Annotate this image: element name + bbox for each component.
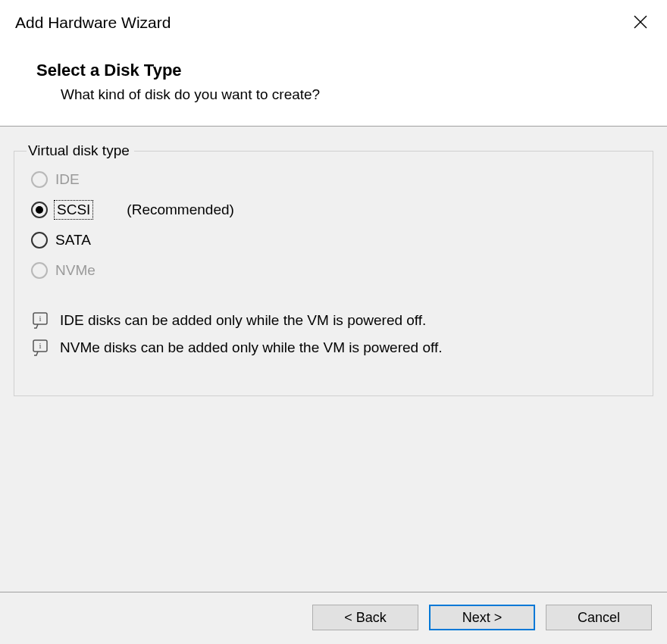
info-icon: i — [31, 312, 49, 329]
back-button[interactable]: < Back — [312, 605, 418, 630]
wizard-footer: < Back Next > Cancel — [0, 592, 667, 644]
radio-group: IDE SCSI (Recommended) SATA NVMe — [28, 168, 639, 279]
info-messages: i IDE disks can be added only while the … — [28, 292, 639, 356]
info-icon: i — [31, 339, 49, 356]
recommended-label: (Recommended) — [127, 202, 234, 218]
radio-scsi[interactable]: SCSI (Recommended) — [31, 202, 639, 218]
wizard-header: Select a Disk Type What kind of disk do … — [0, 32, 667, 126]
cancel-button[interactable]: Cancel — [546, 605, 652, 630]
info-nvme-text: NVMe disks can be added only while the V… — [60, 339, 442, 356]
info-ide-text: IDE disks can be added only while the VM… — [60, 312, 426, 329]
svg-text:i: i — [39, 314, 41, 323]
radio-scsi-label: SCSI — [55, 202, 92, 218]
radio-icon — [31, 202, 48, 218]
page-subheading: What kind of disk do you want to create? — [36, 86, 652, 103]
radio-nvme-label: NVMe — [55, 262, 96, 279]
radio-icon — [31, 232, 48, 249]
titlebar: Add Hardware Wizard — [0, 0, 667, 32]
next-button[interactable]: Next > — [429, 605, 535, 630]
close-icon[interactable] — [629, 14, 652, 32]
svg-text:i: i — [39, 341, 41, 350]
disk-type-group: Virtual disk type IDE SCSI (Recommended)… — [14, 151, 653, 396]
window-title: Add Hardware Wizard — [15, 14, 171, 32]
radio-icon — [31, 171, 48, 188]
radio-ide: IDE — [31, 171, 639, 188]
radio-ide-label: IDE — [55, 171, 80, 188]
radio-nvme: NVMe — [31, 262, 639, 279]
info-nvme: i NVMe disks can be added only while the… — [31, 339, 639, 356]
info-ide: i IDE disks can be added only while the … — [31, 312, 639, 329]
radio-sata[interactable]: SATA — [31, 232, 639, 249]
page-heading: Select a Disk Type — [36, 61, 652, 80]
group-legend: Virtual disk type — [27, 142, 134, 159]
radio-icon — [31, 262, 48, 279]
wizard-window: Add Hardware Wizard Select a Disk Type W… — [0, 0, 667, 644]
wizard-content: Virtual disk type IDE SCSI (Recommended)… — [0, 127, 667, 592]
radio-sata-label: SATA — [55, 232, 91, 249]
